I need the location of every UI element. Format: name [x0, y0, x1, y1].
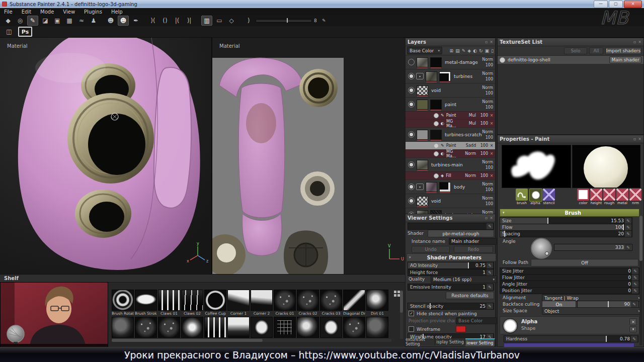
- visibility-toggle[interactable]: [408, 87, 415, 94]
- pencil-icon[interactable]: ✎: [319, 16, 329, 25]
- visibility-toggle[interactable]: [408, 198, 415, 204]
- photoshop-export-button[interactable]: Ps: [18, 27, 32, 37]
- shelf-item[interactable]: Coffee Cup: [204, 290, 226, 317]
- flow-slider[interactable]: Flow100 ✎: [500, 224, 632, 231]
- projection-tool-icon[interactable]: ▣: [52, 16, 62, 25]
- pencil-icon[interactable]: ✎: [632, 275, 638, 281]
- menu-file[interactable]: File: [4, 9, 13, 15]
- layer-row-body[interactable]: ▾ body Norm100: [406, 180, 495, 194]
- layer-row-turbines[interactable]: ▾ turbines Norm100: [406, 69, 495, 83]
- pencil-icon[interactable]: ✎: [487, 269, 493, 276]
- alpha-chip[interactable]: [529, 189, 542, 202]
- viewport-2d-shading-mode[interactable]: Material: [219, 43, 240, 49]
- shader-button[interactable]: pbr-metal-rough: [428, 230, 494, 237]
- pencil-icon[interactable]: ✎: [487, 262, 493, 268]
- size-space-dropdown[interactable]: Object▾: [542, 307, 642, 315]
- effect-visibility[interactable]: [434, 173, 439, 178]
- alpha-expand-icon[interactable]: ▾: [629, 326, 637, 332]
- export-icon[interactable]: ◫: [4, 27, 14, 36]
- backface-culling-slider[interactable]: 90 ✎: [577, 301, 638, 308]
- panel-float-icon[interactable]: ▫: [485, 216, 488, 220]
- panel-close-icon[interactable]: ×: [638, 137, 641, 141]
- shelf-item[interactable]: [158, 317, 180, 338]
- shelf-item[interactable]: [320, 317, 342, 338]
- shelf-vscrollbar[interactable]: [400, 291, 403, 339]
- viewport-2d[interactable]: Material: [212, 38, 407, 274]
- quality-dropdown[interactable]: Medium (16 spp)▾: [431, 276, 497, 283]
- 3d-model-render[interactable]: y x z: [0, 38, 211, 274]
- panel-float-icon[interactable]: ▫: [485, 40, 488, 44]
- menu-plugins[interactable]: Plugins: [84, 9, 102, 15]
- brush-size-slider[interactable]: [256, 19, 312, 23]
- polygon-fill-tool-icon[interactable]: ▦: [64, 16, 74, 25]
- menu-edit[interactable]: Edit: [22, 9, 31, 15]
- layer-thumbnail[interactable]: [417, 196, 428, 206]
- size-jitter-slider[interactable]: Size Jitter0 ✎: [500, 267, 639, 275]
- pencil-icon[interactable]: ✎: [625, 244, 631, 250]
- clone-tool-icon[interactable]: ♟: [89, 16, 99, 25]
- rough-chip[interactable]: [603, 189, 615, 201]
- viewport-3d-shading-mode[interactable]: Material: [7, 43, 28, 49]
- flow-jitter-slider[interactable]: Flow Jitter0 ✎: [500, 274, 639, 281]
- metal-chip[interactable]: [616, 189, 628, 201]
- stroke-symmetry-1-icon[interactable]: )(: [148, 16, 158, 25]
- delete-layer-icon[interactable]: ▯: [491, 48, 494, 53]
- shelf-item[interactable]: Brush Strok...: [135, 290, 157, 317]
- tab-display-settings[interactable]: isplay Setting: [435, 338, 465, 345]
- shelf-item[interactable]: Cracks 03: [320, 290, 342, 317]
- add-generator-icon[interactable]: ◐: [473, 48, 477, 53]
- stencil-chip[interactable]: [543, 189, 555, 201]
- stroke-symmetry-2-icon[interactable]: (): [160, 16, 170, 25]
- brush-section-header[interactable]: ▾ Brush: [500, 209, 639, 217]
- emissive-intensity-slider[interactable]: Emissive Intensity1 ✎: [408, 284, 494, 291]
- layer-mask-thumbnail[interactable]: [430, 130, 442, 140]
- pencil-icon[interactable]: ✎: [625, 231, 631, 237]
- shelf-item[interactable]: [135, 317, 157, 338]
- layer-row-void[interactable]: void Norm100: [406, 83, 495, 98]
- remove-effect-icon[interactable]: ×: [488, 113, 495, 118]
- layer-thumbnail[interactable]: [417, 160, 428, 170]
- visibility-toggle[interactable]: [408, 161, 415, 168]
- brush-chip[interactable]: [516, 189, 528, 201]
- angle-slider[interactable]: 333 ✎: [554, 244, 632, 251]
- layer-thumbnail[interactable]: [417, 57, 428, 67]
- angle-dial[interactable]: [531, 238, 552, 259]
- display-toggle-icon[interactable]: ▭: [214, 16, 224, 25]
- layer-mask-thumbnail[interactable]: [439, 71, 451, 81]
- textureset-header[interactable]: TextureSet List ▫ ×: [498, 38, 643, 46]
- alpha-subsection[interactable]: Alpha Shape × ▾: [500, 316, 639, 334]
- pencil-icon[interactable]: ✎: [632, 281, 638, 287]
- layer-mask-thumbnail[interactable]: [439, 182, 451, 192]
- hardness-slider[interactable]: Hardness0.78 ✎: [504, 335, 638, 342]
- effect-row-generator[interactable]: ◐ MG Ma... Mul 100 ×: [406, 120, 495, 128]
- visibility-toggle[interactable]: [408, 59, 415, 65]
- layer-row-turbines-scratches[interactable]: turbines-scratches Norm100: [406, 128, 495, 142]
- quick-pick-icon[interactable]: ✒: [131, 16, 141, 25]
- main-shader-button[interactable]: Main shader: [609, 56, 641, 63]
- panel-float-icon[interactable]: ▫: [633, 137, 636, 141]
- shelf-item[interactable]: Corner 1: [227, 290, 250, 317]
- substance-logo-icon[interactable]: ◆: [3, 16, 13, 25]
- smudge-tool-icon[interactable]: ≈: [76, 16, 87, 25]
- panel-float-icon[interactable]: ▫: [633, 40, 636, 44]
- title-bar[interactable]: Substance Painter 2.4.1 - definitto-logo…: [0, 0, 644, 9]
- follow-path-toggle[interactable]: Off: [531, 259, 638, 266]
- shelf-item[interactable]: [366, 317, 388, 338]
- effect-visibility[interactable]: [434, 151, 439, 156]
- stencil-opacity-slider[interactable]: Stencil opacity25 ✎: [408, 303, 494, 310]
- tab-viewer-settings[interactable]: iewer Setting: [465, 338, 495, 346]
- all-button[interactable]: All: [589, 47, 603, 54]
- pencil-icon[interactable]: ✎: [625, 224, 631, 230]
- size-slider[interactable]: Size15.53 ✎: [500, 217, 632, 224]
- grid-view-icon[interactable]: [394, 291, 400, 297]
- instance-name-input[interactable]: Main shader: [449, 238, 497, 245]
- shelf-item[interactable]: [227, 317, 250, 338]
- remove-effect-icon[interactable]: ×: [488, 151, 495, 156]
- angle-jitter-slider[interactable]: Angle Jitter0 ✎: [500, 281, 639, 288]
- nrm-chip[interactable]: [629, 189, 641, 201]
- layer-thumbnail[interactable]: [417, 130, 428, 140]
- solo-button[interactable]: Solo: [564, 47, 587, 54]
- uv-layout-render[interactable]: V U: [212, 38, 405, 274]
- height-chip[interactable]: [590, 189, 602, 201]
- material-bust-icon[interactable]: ☻: [106, 16, 116, 25]
